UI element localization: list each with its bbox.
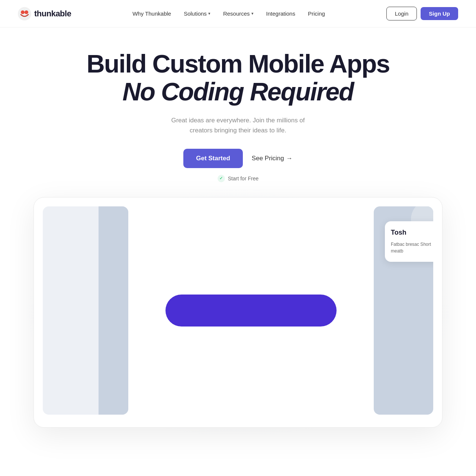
preview-purple-button: [165, 295, 337, 327]
hero-subtitle: Great ideas are everywhere. Join the mil…: [164, 115, 312, 135]
logo-icon: [18, 7, 31, 20]
hero-title: Build Custom Mobile Apps No Coding Requi…: [87, 50, 390, 106]
preview-panel-center: [128, 206, 374, 415]
chevron-down-icon: ▾: [251, 11, 254, 16]
svg-point-2: [25, 10, 28, 14]
nav-resources[interactable]: Resources ▾: [218, 7, 259, 20]
see-pricing-button[interactable]: See Pricing →: [252, 155, 293, 162]
preview-panel-left: [43, 206, 128, 415]
svg-point-1: [21, 10, 25, 14]
login-button[interactable]: Login: [386, 7, 417, 20]
preview-panel-left-inner: [99, 206, 128, 415]
preview-card-text: Fatbac bresac Short meatb: [391, 241, 433, 254]
logo-text: thunkable: [34, 9, 71, 19]
navbar: thunkable Why Thunkable Solutions ▾ Reso…: [0, 0, 476, 28]
app-preview-wrapper: Tosh Fatbac bresac Short meatb: [33, 197, 443, 428]
hero-buttons: Get Started See Pricing →: [183, 149, 293, 168]
hero-section: Build Custom Mobile Apps No Coding Requi…: [0, 28, 476, 182]
nav-why-thunkable[interactable]: Why Thunkable: [127, 7, 176, 20]
signup-button[interactable]: Sign Up: [421, 7, 458, 20]
arrow-icon: →: [286, 155, 293, 162]
nav-links: Why Thunkable Solutions ▾ Resources ▾ In…: [127, 7, 330, 20]
nav-solutions[interactable]: Solutions ▾: [178, 7, 216, 20]
nav-integrations[interactable]: Integrations: [261, 7, 300, 20]
chevron-down-icon: ▾: [208, 11, 210, 16]
nav-pricing[interactable]: Pricing: [303, 7, 330, 20]
svg-point-0: [18, 7, 31, 20]
preview-card-title: Tosh: [391, 229, 433, 237]
logo[interactable]: thunkable: [18, 7, 71, 20]
preview-card: Tosh Fatbac bresac Short meatb: [385, 221, 433, 262]
get-started-button[interactable]: Get Started: [183, 149, 243, 168]
app-preview-container: Tosh Fatbac bresac Short meatb: [33, 197, 443, 428]
hero-badge: ✓ Start for Free: [218, 175, 258, 182]
preview-panel-right: Tosh Fatbac bresac Short meatb: [374, 206, 433, 415]
check-icon: ✓: [218, 175, 225, 182]
nav-actions: Login Sign Up: [386, 7, 458, 20]
